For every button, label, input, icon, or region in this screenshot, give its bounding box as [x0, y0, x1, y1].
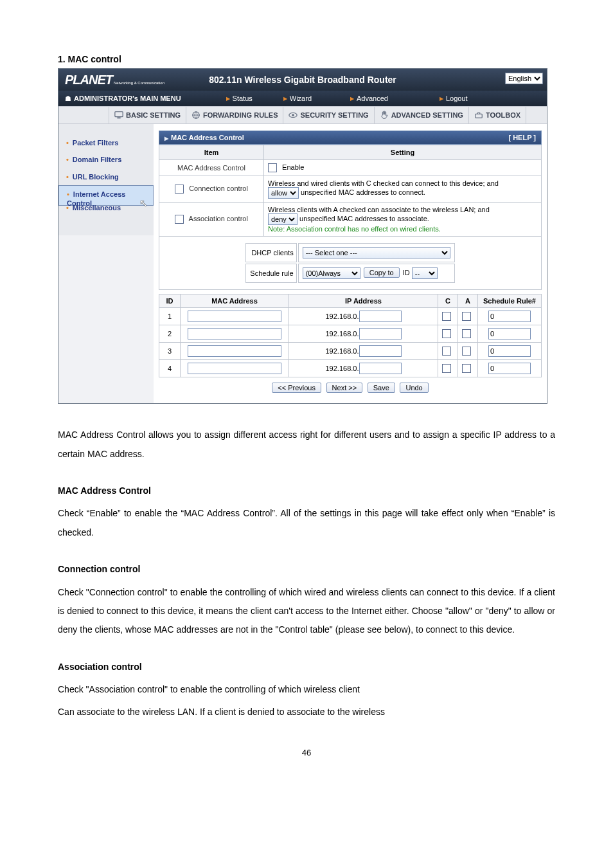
- router-screenshot-frame: PLANET Networking & Communication 802.11…: [58, 68, 547, 404]
- document-body: MAC Address Control allows you to assign…: [58, 426, 555, 722]
- toolbox-icon: [474, 111, 483, 120]
- doc-paragraph: MAC Address Control allows you to assign…: [58, 426, 555, 464]
- c-checkbox[interactable]: [442, 364, 451, 373]
- grid-h-ip: IP Address: [289, 294, 438, 308]
- a-checkbox[interactable]: [462, 312, 471, 321]
- mac-input[interactable]: [188, 311, 281, 322]
- sidebar-item-url-blocking[interactable]: URL Blocking: [58, 168, 154, 185]
- settings-table: Item Setting MAC Address Control Enable: [159, 145, 542, 290]
- planet-logo: PLANET Networking & Communication: [58, 73, 164, 87]
- c-checkbox[interactable]: [442, 312, 451, 321]
- table-row: 2 192.168.0.: [159, 325, 542, 343]
- sidebar: Packet Filters Domain Filters URL Blocki…: [58, 124, 154, 235]
- mac-input[interactable]: [188, 345, 281, 357]
- copy-to-id-select[interactable]: --: [412, 267, 438, 279]
- table-row: 1 192.168.0.: [159, 308, 542, 325]
- association-text-b: unspecified MAC addresses to associate.: [299, 215, 429, 222]
- menu-advanced[interactable]: Advanced: [350, 95, 388, 102]
- grid-h-mac: MAC Address: [181, 294, 289, 308]
- main-menu-label: ADMINISTRATOR's MAIN MENU: [74, 95, 181, 102]
- svg-rect-1: [117, 118, 120, 119]
- mac-input[interactable]: [188, 328, 281, 339]
- association-allow-deny-select[interactable]: deny: [268, 213, 298, 225]
- svg-point-4: [292, 114, 295, 116]
- doc-paragraph: Check "Association control" to enable th…: [58, 680, 555, 699]
- panel-title-bar: MAC Address Control [ HELP ]: [159, 131, 542, 145]
- save-button[interactable]: Save: [368, 383, 395, 393]
- a-checkbox[interactable]: [462, 347, 471, 356]
- page-number: 46: [58, 748, 555, 757]
- doc-paragraph: Can associate to the wireless LAN. If a …: [58, 703, 555, 721]
- schedule-rule-label: Schedule rule: [245, 264, 296, 283]
- copy-to-button[interactable]: Copy to: [364, 267, 400, 278]
- enable-label: Enable: [282, 163, 304, 171]
- sidebar-item-domain-filters[interactable]: Domain Filters: [58, 151, 154, 168]
- doc-paragraph: Check "Connection control" to enable the…: [58, 583, 555, 640]
- connection-text-a: Wireless and wired clients with C checke…: [268, 179, 499, 187]
- next-button[interactable]: Next >>: [326, 383, 363, 393]
- doc-heading: Association control: [58, 658, 555, 676]
- language-select[interactable]: English: [505, 73, 543, 84]
- th-setting: Setting: [264, 145, 542, 160]
- monitor-icon: [114, 111, 123, 120]
- a-checkbox[interactable]: [462, 329, 471, 338]
- ip-input[interactable]: [359, 311, 402, 322]
- ip-input[interactable]: [359, 363, 402, 374]
- tab-security-setting[interactable]: SECURITY SETTING: [283, 107, 374, 123]
- c-checkbox[interactable]: [442, 329, 451, 338]
- doc-paragraph: Check “Enable” to enable the “MAC Addres…: [58, 504, 555, 542]
- table-row: 3 192.168.0.: [159, 343, 542, 360]
- previous-button[interactable]: << Previous: [272, 383, 321, 393]
- buttons-row: << Previous Next >> Save Undo: [159, 377, 542, 394]
- copy-to-id-label: ID: [403, 269, 410, 276]
- dhcp-clients-select[interactable]: --- Select one ---: [303, 247, 450, 258]
- svg-rect-0: [115, 112, 123, 117]
- eye-icon: [289, 111, 298, 120]
- enable-checkbox[interactable]: [268, 163, 277, 172]
- ip-input[interactable]: [359, 345, 402, 357]
- grid-h-c: C: [438, 294, 458, 308]
- ip-input[interactable]: [359, 328, 402, 339]
- tab-basic-setting[interactable]: BASIC SETTING: [109, 107, 186, 123]
- main-menu: ☗ ADMINISTRATOR's MAIN MENU Status Wizar…: [58, 91, 547, 106]
- grid-h-sr: Schedule Rule#: [478, 294, 542, 308]
- schedule-rule-input[interactable]: [488, 328, 531, 339]
- menu-wizard[interactable]: Wizard: [283, 95, 312, 102]
- schedule-rule-select[interactable]: (00)Always: [303, 267, 360, 279]
- doc-heading: MAC Address Control: [58, 482, 555, 500]
- undo-button[interactable]: Undo: [400, 383, 428, 393]
- connection-text-b: unspecified MAC addresses to connect.: [301, 188, 425, 196]
- schedule-rule-input[interactable]: [488, 311, 531, 322]
- grid-h-a: A: [458, 294, 478, 308]
- c-checkbox[interactable]: [442, 347, 451, 356]
- mac-input[interactable]: [188, 363, 281, 374]
- tab-forwarding-rules[interactable]: FORWARDING RULES: [186, 107, 284, 123]
- help-link[interactable]: [ HELP ]: [508, 134, 536, 141]
- sidebar-item-packet-filters[interactable]: Packet Filters: [58, 134, 154, 151]
- globe-icon: [191, 111, 200, 120]
- th-item: Item: [159, 145, 264, 160]
- association-note: Note: Association control has no effect …: [268, 225, 441, 233]
- association-control-label: Association control: [189, 215, 248, 222]
- doc-heading: Connection control: [58, 560, 555, 579]
- connection-control-label: Connection control: [189, 185, 248, 192]
- panel-title: MAC Address Control: [164, 134, 244, 141]
- person-icon: ☗: [65, 95, 71, 103]
- schedule-rule-input[interactable]: [488, 363, 531, 374]
- tab-advanced-setting[interactable]: ADVANCED SETTING: [375, 107, 469, 123]
- row-mac-label: MAC Address Control: [159, 160, 264, 176]
- schedule-rule-input[interactable]: [488, 345, 531, 357]
- tab-toolbox[interactable]: TOOLBOX: [469, 107, 526, 123]
- hand-icon: [380, 111, 389, 120]
- header-bar: PLANET Networking & Communication 802.11…: [58, 69, 547, 91]
- connection-control-checkbox[interactable]: [175, 185, 184, 194]
- a-checkbox[interactable]: [462, 364, 471, 373]
- table-row: 4 192.168.0.: [159, 360, 542, 377]
- menu-status[interactable]: Status: [226, 95, 253, 102]
- association-text-a: Wireless clients with A checked can asso…: [268, 206, 490, 213]
- connection-allow-deny-select[interactable]: allow: [268, 187, 299, 199]
- menu-logout[interactable]: Logout: [440, 95, 468, 102]
- section-heading: 1. MAC control: [58, 54, 555, 64]
- association-control-checkbox[interactable]: [175, 215, 184, 224]
- dhcp-clients-label: DHCP clients: [245, 243, 296, 262]
